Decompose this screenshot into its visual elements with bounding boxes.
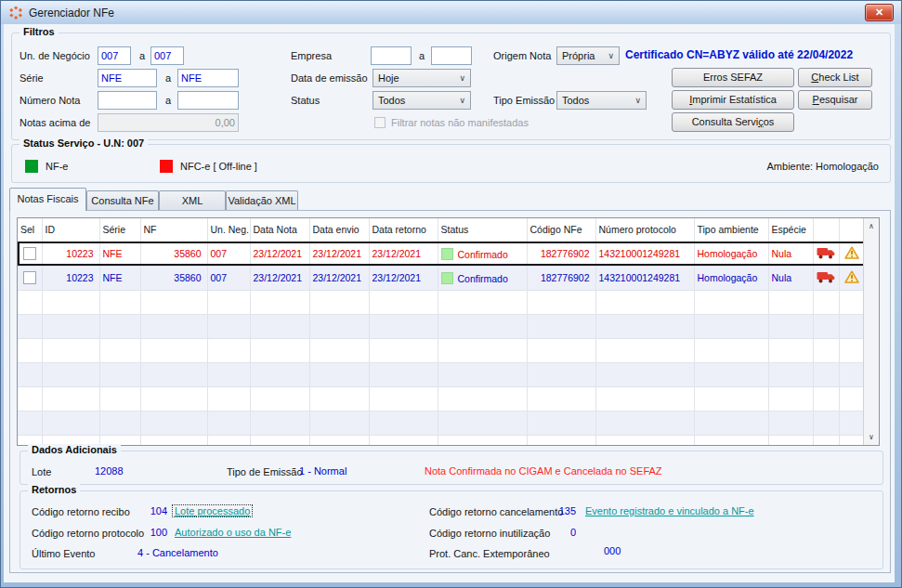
numero-nota-to-input[interactable]: [177, 91, 239, 110]
check-list-button[interactable]: Check List: [798, 68, 872, 87]
un-negocio-label: Un. de Negócio: [20, 46, 90, 65]
scroll-down-icon[interactable]: [864, 430, 879, 444]
table-row-empty: [18, 411, 865, 435]
serie-from-input[interactable]: [98, 69, 157, 87]
warning-icon[interactable]: [844, 270, 859, 283]
tab-notas-fiscais[interactable]: Notas Fiscais: [9, 188, 86, 211]
data-emissao-select[interactable]: Hoje: [373, 69, 471, 87]
dados-adicionais-groupbox: Dados Adicionais Lote 12088 Tipo de Emis…: [20, 451, 883, 485]
table-row-empty: [18, 290, 865, 314]
codigo-retorno-recibo-label: Código retorno recibo: [32, 503, 130, 521]
retornos-title: Retornos: [28, 484, 80, 495]
nfce-label: NFC-e [ Off-line ]: [180, 157, 257, 176]
tipo-emissao-label: Tipo Emissão: [493, 91, 555, 110]
codigo-retorno-protocolo-value: 100: [130, 527, 167, 538]
tab-consulta-nfe[interactable]: Consulta NFe: [86, 190, 159, 210]
prot-canc-extemporaneo-label: Prot. Canc. Extemporâneo: [429, 544, 550, 563]
erros-sefaz-button[interactable]: Erros SEFAZ: [672, 68, 794, 87]
notas-table-container: Sel ID Série NF Un. Neg. Data Nota Data …: [17, 217, 880, 446]
codigo-retorno-protocolo-label: Código retorno protocolo: [32, 524, 144, 542]
nfe-label: NF-e: [46, 157, 68, 176]
origem-nota-label: Origem Nota: [493, 46, 551, 65]
autorizado-uso-link[interactable]: Autorizado o uso da NF-e: [175, 527, 291, 538]
table-body: 10223 NFE 35860 007 23/12/2021 23/12/202…: [18, 242, 865, 446]
tipo-de-emissao-label: Tipo de Emissão: [227, 463, 303, 481]
consulta-servicos-button[interactable]: Consulta Serviços: [672, 112, 794, 132]
client-area: Filtros Un. de Negócio a Série a Número …: [4, 24, 895, 582]
lote-label: Lote: [32, 463, 51, 481]
status-servico-groupbox: Status Serviço - U.N: 007 NF-e NFC-e [ O…: [11, 144, 891, 183]
range-separator: a: [419, 46, 425, 65]
nfce-status-indicator: [160, 160, 173, 173]
scroll-up-icon[interactable]: [864, 219, 879, 233]
empresa-to-input[interactable]: [431, 46, 472, 65]
notas-acima-label: Notas acima de: [20, 113, 90, 132]
retornos-groupbox: Retornos Código retorno recibo 104 Lote …: [20, 490, 883, 569]
app-window: Gerenciador NFe ✕ Filtros Un. de Negócio…: [0, 0, 902, 588]
tab-validacao-xml[interactable]: Validação XML: [226, 190, 298, 210]
un-negocio-to-input[interactable]: [150, 46, 184, 65]
evento-registrado-link[interactable]: Evento registrado e vinculado a NF-e: [585, 505, 754, 516]
titlebar: Gerenciador NFe ✕: [1, 1, 901, 24]
tipo-de-emissao-value: 1 - Normal: [299, 465, 346, 477]
origem-nota-select[interactable]: Própria: [556, 46, 620, 65]
warning-icon[interactable]: [844, 246, 859, 259]
notas-acima-input: [98, 113, 239, 132]
imprimir-estatistica-button[interactable]: Imprimir Estatística: [672, 90, 794, 110]
table-row[interactable]: 10223 NFE 35860 007 23/12/2021 23/12/202…: [18, 266, 865, 290]
certificado-info: Certificado CN=ABYZ válido até 22/04/202…: [625, 48, 853, 61]
row-checkbox[interactable]: [23, 247, 36, 260]
table-row[interactable]: 10223 NFE 35860 007 23/12/2021 23/12/202…: [18, 242, 865, 266]
table-row-empty: [18, 362, 865, 386]
notas-fiscais-panel: Sel ID Série NF Un. Neg. Data Nota Data …: [9, 210, 891, 573]
status-filter-label: Status: [291, 91, 320, 110]
lote-value: 12088: [95, 465, 124, 477]
tab-xml[interactable]: XML: [159, 190, 226, 210]
codigo-retorno-recibo-value: 104: [130, 505, 167, 516]
tipo-emissao-select[interactable]: Todos: [556, 91, 647, 110]
tab-bar: Notas Fiscais Consulta NFe XML Validação…: [9, 188, 298, 210]
empresa-label: Empresa: [291, 46, 332, 65]
prot-canc-extemporaneo-value: 000: [604, 545, 621, 556]
nfe-status-indicator: [25, 160, 38, 173]
codigo-retorno-cancelamento-value: 135: [541, 505, 576, 516]
status-ok-swatch: [441, 272, 453, 284]
manifestadas-checkbox: [374, 117, 386, 128]
status-servico-title: Status Serviço - U.N: 007: [20, 137, 148, 149]
codigo-retorno-inutilizacao-label: Código retorno inutilização: [429, 524, 550, 542]
pesquisar-button[interactable]: Pesquisar: [798, 90, 872, 110]
data-emissao-label: Data de emissão: [291, 69, 368, 87]
table-row-empty: [18, 338, 865, 362]
table-header-row: Sel ID Série NF Un. Neg. Data Nota Data …: [18, 218, 865, 242]
status-select[interactable]: Todos: [373, 91, 471, 110]
row-checkbox[interactable]: [23, 271, 36, 284]
close-button[interactable]: ✕: [865, 4, 894, 21]
close-icon: ✕: [875, 7, 883, 18]
range-separator: a: [165, 69, 171, 87]
table-row-empty: [18, 386, 865, 411]
table-row-empty: [18, 314, 865, 338]
truck-icon[interactable]: [817, 271, 835, 283]
lote-processado-link[interactable]: Lote processado: [172, 504, 253, 517]
window-title: Gerenciador NFe: [29, 7, 114, 20]
vertical-scrollbar[interactable]: [863, 218, 879, 445]
app-icon: [8, 6, 23, 20]
dados-adicionais-title: Dados Adicionais: [28, 444, 121, 455]
ultimo-evento-label: Último Evento: [32, 544, 95, 563]
truck-icon[interactable]: [817, 247, 835, 259]
table-row-empty: [18, 435, 865, 446]
ambiente-label: Ambiente: Homologação: [767, 157, 879, 176]
numero-nota-from-input[interactable]: [98, 91, 157, 110]
manifestadas-label: Filtrar notas não manifestadas: [391, 113, 529, 132]
nota-status-message: Nota Confirmada no CIGAM e Cancelada no …: [425, 465, 662, 477]
range-separator: a: [139, 46, 145, 65]
un-negocio-from-input[interactable]: [98, 46, 131, 65]
status-ok-swatch: [441, 248, 453, 260]
range-separator: a: [165, 91, 171, 110]
serie-label: Série: [20, 69, 44, 87]
codigo-retorno-inutilizacao-value: 0: [541, 527, 576, 538]
filtros-title: Filtros: [20, 26, 59, 37]
serie-to-input[interactable]: [177, 69, 239, 87]
ultimo-evento-value: 4 - Cancelamento: [137, 547, 218, 558]
empresa-from-input[interactable]: [371, 46, 412, 65]
